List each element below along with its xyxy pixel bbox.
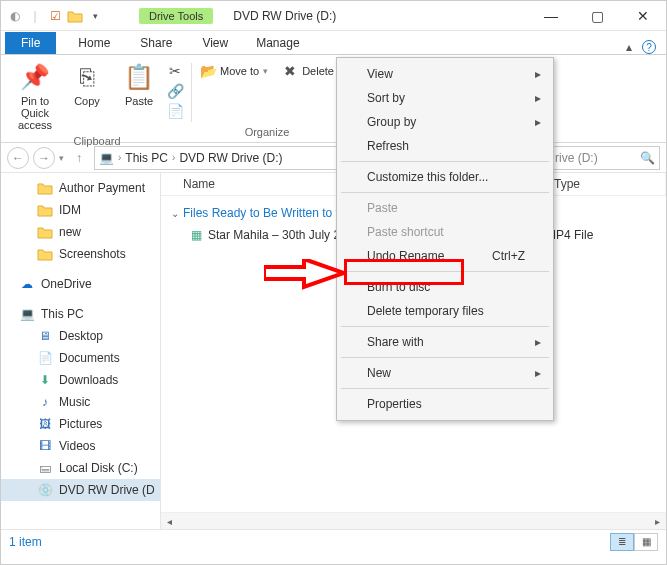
menu-view[interactable]: View▸ <box>339 62 551 86</box>
ribbon-group-organize: 📂Move to ▾ ✖Delete Organize <box>194 59 340 142</box>
shortcut-label: Ctrl+Z <box>492 249 525 263</box>
paste-button[interactable]: 📋 Paste <box>115 59 163 109</box>
tab-manage[interactable]: Manage <box>248 32 307 54</box>
tab-view[interactable]: View <box>194 32 236 54</box>
forward-button[interactable]: → <box>33 147 55 169</box>
minimize-button[interactable]: — <box>528 1 574 31</box>
up-button[interactable]: ↑ <box>68 147 90 169</box>
submenu-arrow-icon: ▸ <box>535 335 541 349</box>
tab-file[interactable]: File <box>5 32 56 54</box>
documents-icon: 📄 <box>37 350 53 366</box>
copy-path-button[interactable]: 🔗 <box>167 81 183 101</box>
large-icons-view-button[interactable]: ▦ <box>634 533 658 551</box>
menu-customize-folder[interactable]: Customize this folder... <box>339 165 551 189</box>
ribbon-tabs: File Home Share View Manage ▴ ? <box>1 31 666 55</box>
sidebar-item-idm[interactable]: IDM <box>1 199 160 221</box>
submenu-arrow-icon: ▸ <box>535 366 541 380</box>
videos-icon: 🎞 <box>37 438 53 454</box>
sidebar-item-new[interactable]: new <box>1 221 160 243</box>
menu-refresh[interactable]: Refresh <box>339 134 551 158</box>
breadcrumb-this-pc[interactable]: This PC <box>125 151 168 165</box>
delete-button[interactable]: ✖Delete <box>282 61 334 81</box>
back-button[interactable]: ← <box>7 147 29 169</box>
qat-dropdown-icon[interactable]: ▾ <box>87 8 103 24</box>
breadcrumb-drive[interactable]: DVD RW Drive (D:) <box>179 151 282 165</box>
details-view-button[interactable]: ≣ <box>610 533 634 551</box>
ribbon-group-clipboard: 📌 Pin to Quick access ⎘ Copy 📋 Paste ✂ 🔗… <box>5 59 189 142</box>
submenu-arrow-icon: ▸ <box>535 67 541 81</box>
app-icon[interactable]: ◐ <box>7 8 23 24</box>
sidebar-item-pictures[interactable]: 🖼Pictures <box>1 413 160 435</box>
tab-share[interactable]: Share <box>132 32 180 54</box>
copy-label: Copy <box>74 95 100 107</box>
sidebar-item-music[interactable]: ♪Music <box>1 391 160 413</box>
menu-new[interactable]: New▸ <box>339 361 551 385</box>
horizontal-scrollbar[interactable]: ◂ ▸ <box>161 512 666 529</box>
delete-icon: ✖ <box>282 63 298 79</box>
pc-icon: 💻 <box>19 306 35 322</box>
music-icon: ♪ <box>37 394 53 410</box>
quick-access-toolbar: ◐ | ☑ ▾ <box>1 8 109 24</box>
maximize-button[interactable]: ▢ <box>574 1 620 31</box>
onedrive-icon: ☁ <box>19 276 35 292</box>
help-icon[interactable]: ? <box>642 40 656 54</box>
pictures-icon: 🖼 <box>37 416 53 432</box>
dvd-icon: 💿 <box>37 482 53 498</box>
downloads-icon: ⬇ <box>37 372 53 388</box>
desktop-icon: 🖥 <box>37 328 53 344</box>
sidebar-item-screenshots[interactable]: Screenshots <box>1 243 160 265</box>
menu-burn-to-disc[interactable]: Burn to disc <box>339 275 551 299</box>
menu-sort-by[interactable]: Sort by▸ <box>339 86 551 110</box>
scroll-left-icon[interactable]: ◂ <box>161 516 178 527</box>
pin-to-quick-access-button[interactable]: 📌 Pin to Quick access <box>11 59 59 133</box>
column-type[interactable]: Type <box>546 173 666 195</box>
content-area: Author Payment IDM new Screenshots ☁OneD… <box>1 173 666 529</box>
paste-shortcut-button[interactable]: 📄 <box>167 101 183 121</box>
drive-tools-contextual-tab[interactable]: Drive Tools <box>139 8 213 24</box>
disk-icon: 🖴 <box>37 460 53 476</box>
menu-paste: Paste <box>339 196 551 220</box>
chevron-down-icon: ⌄ <box>171 208 179 219</box>
scroll-right-icon[interactable]: ▸ <box>649 516 666 527</box>
shortcut-icon: 📄 <box>167 103 183 119</box>
menu-undo-rename[interactable]: Undo RenameCtrl+Z <box>339 244 551 268</box>
sidebar-item-onedrive[interactable]: ☁OneDrive <box>1 273 160 295</box>
tab-home[interactable]: Home <box>70 32 118 54</box>
context-menu: View▸ Sort by▸ Group by▸ Refresh Customi… <box>336 57 554 421</box>
sidebar-item-documents[interactable]: 📄Documents <box>1 347 160 369</box>
pin-label: Pin to Quick access <box>13 95 57 131</box>
submenu-arrow-icon: ▸ <box>535 115 541 129</box>
recent-dropdown-icon[interactable]: ▾ <box>59 153 64 163</box>
cut-button[interactable]: ✂ <box>167 61 183 81</box>
move-to-button[interactable]: 📂Move to ▾ <box>200 61 268 81</box>
file-type: MP4 File <box>546 228 666 242</box>
status-bar: 1 item ≣ ▦ <box>1 529 666 553</box>
pin-icon: 📌 <box>19 61 51 93</box>
search-input[interactable]: rive (D:) 🔍 <box>550 146 660 170</box>
organize-group-label: Organize <box>200 124 334 142</box>
sidebar-item-downloads[interactable]: ⬇Downloads <box>1 369 160 391</box>
search-placeholder: rive (D:) <box>555 151 598 165</box>
sidebar-item-videos[interactable]: 🎞Videos <box>1 435 160 457</box>
sidebar-item-desktop[interactable]: 🖥Desktop <box>1 325 160 347</box>
navigation-pane[interactable]: Author Payment IDM new Screenshots ☁OneD… <box>1 173 161 529</box>
sidebar-item-dvd-drive[interactable]: 💿DVD RW Drive (D <box>1 479 160 501</box>
qat-newfolder-icon[interactable] <box>67 8 83 24</box>
copy-button[interactable]: ⎘ Copy <box>63 59 111 109</box>
menu-delete-temporary-files[interactable]: Delete temporary files <box>339 299 551 323</box>
window-title: DVD RW Drive (D:) <box>233 9 336 23</box>
menu-share-with[interactable]: Share with▸ <box>339 330 551 354</box>
close-button[interactable]: ✕ <box>620 1 666 31</box>
search-icon: 🔍 <box>640 151 655 165</box>
path-icon: 🔗 <box>167 83 183 99</box>
sidebar-item-author-payment[interactable]: Author Payment <box>1 177 160 199</box>
sidebar-item-local-disk[interactable]: 🖴Local Disk (C:) <box>1 457 160 479</box>
qat-properties-icon[interactable]: ☑ <box>47 8 63 24</box>
sidebar-item-this-pc[interactable]: 💻This PC <box>1 303 160 325</box>
address-bar: ← → ▾ ↑ 💻 › This PC › DVD RW Drive (D:) … <box>1 143 666 173</box>
file-icon: ▦ <box>191 228 202 242</box>
menu-group-by[interactable]: Group by▸ <box>339 110 551 134</box>
ribbon-collapse-icon[interactable]: ▴ <box>626 40 632 54</box>
menu-properties[interactable]: Properties <box>339 392 551 416</box>
paste-icon: 📋 <box>123 61 155 93</box>
